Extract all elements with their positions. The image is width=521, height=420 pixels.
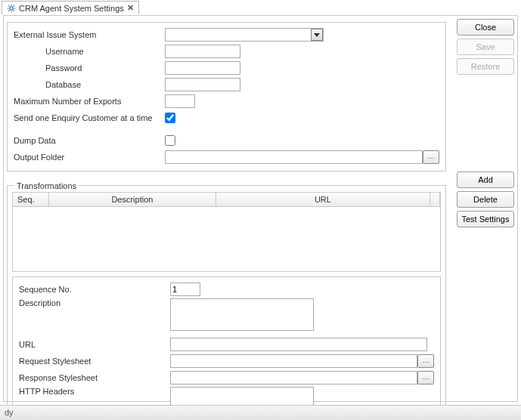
add-button[interactable]: Add	[457, 171, 514, 188]
transformations-table-header: Seq. Description URL	[12, 192, 441, 207]
request-stylesheet-input[interactable]	[170, 354, 417, 368]
svg-line-6	[14, 10, 14, 11]
gear-icon	[7, 4, 16, 13]
svg-line-7	[8, 10, 9, 11]
sequence-label: Sequence No.	[19, 285, 170, 294]
dump-data-label: Dump Data	[14, 136, 165, 145]
test-settings-button[interactable]: Test Settings	[457, 211, 514, 227]
browse-request-stylesheet-button[interactable]: …	[417, 354, 434, 368]
description-input[interactable]	[170, 298, 314, 331]
svg-marker-9	[314, 33, 320, 37]
col-url[interactable]: URL	[216, 193, 430, 206]
transformations-label: Transformations	[14, 181, 79, 190]
url-input[interactable]	[170, 338, 427, 351]
http-headers-label: HTTP Headers	[19, 387, 170, 396]
tab-bar: CRM Agent System Settings ✕	[0, 0, 521, 15]
transformations-group: Transformations Seq. Description URL Seq…	[7, 176, 446, 420]
external-issue-system-input[interactable]	[165, 28, 324, 42]
connection-panel: External Issue System Username Password …	[7, 22, 446, 171]
send-one-label: Send one Enquiry Customer at a time	[14, 113, 165, 122]
dump-data-checkbox[interactable]	[165, 135, 175, 146]
col-description[interactable]: Description	[49, 193, 216, 206]
external-issue-system-label: External Issue System	[14, 30, 165, 39]
output-folder-input	[165, 150, 423, 164]
svg-line-5	[8, 5, 9, 6]
status-bar: dy	[0, 405, 521, 420]
tab-title: CRM Agent System Settings	[19, 4, 124, 13]
url-label: URL	[19, 340, 170, 349]
chevron-down-icon[interactable]	[311, 29, 323, 41]
database-label: Database	[14, 80, 165, 89]
status-text: dy	[5, 408, 14, 417]
response-stylesheet-label: Response Stylesheet	[19, 373, 170, 382]
username-label: Username	[14, 47, 165, 56]
col-seq[interactable]: Seq.	[13, 193, 49, 206]
close-button[interactable]: Close	[457, 19, 514, 36]
browse-output-folder-button[interactable]: …	[423, 150, 439, 164]
svg-line-8	[14, 5, 14, 6]
max-exports-label: Maximum Number of Exports	[14, 97, 165, 106]
main-panel: Close Save Restore External Issue System…	[3, 15, 518, 402]
database-input[interactable]	[165, 78, 240, 91]
tab-crm-settings[interactable]: CRM Agent System Settings ✕	[2, 1, 139, 14]
close-icon[interactable]: ✕	[127, 3, 134, 13]
transformations-buttons: Add Delete Test Settings	[457, 171, 514, 227]
sequence-input[interactable]	[170, 283, 200, 296]
save-button: Save	[457, 39, 514, 55]
external-issue-system-combo[interactable]	[165, 28, 324, 42]
send-one-checkbox[interactable]	[165, 113, 175, 123]
response-stylesheet-input[interactable]	[170, 371, 417, 384]
restore-button: Restore	[457, 58, 514, 75]
svg-point-0	[10, 6, 14, 10]
password-input[interactable]	[165, 61, 240, 75]
side-buttons: Close Save Restore	[457, 19, 514, 75]
password-label: Password	[14, 63, 165, 73]
transformation-detail-panel: Sequence No. Description URL Request Sty…	[12, 276, 441, 416]
description-label: Description	[19, 298, 170, 307]
transformations-table-body[interactable]	[12, 207, 441, 272]
max-exports-input[interactable]	[165, 94, 195, 108]
browse-response-stylesheet-button[interactable]: …	[417, 371, 434, 384]
delete-button[interactable]: Delete	[457, 191, 514, 208]
request-stylesheet-label: Request Stylesheet	[19, 357, 170, 366]
col-spacer	[430, 193, 440, 206]
username-input[interactable]	[165, 45, 240, 58]
content-area: External Issue System Username Password …	[5, 19, 448, 400]
output-folder-label: Output Folder	[14, 153, 165, 162]
